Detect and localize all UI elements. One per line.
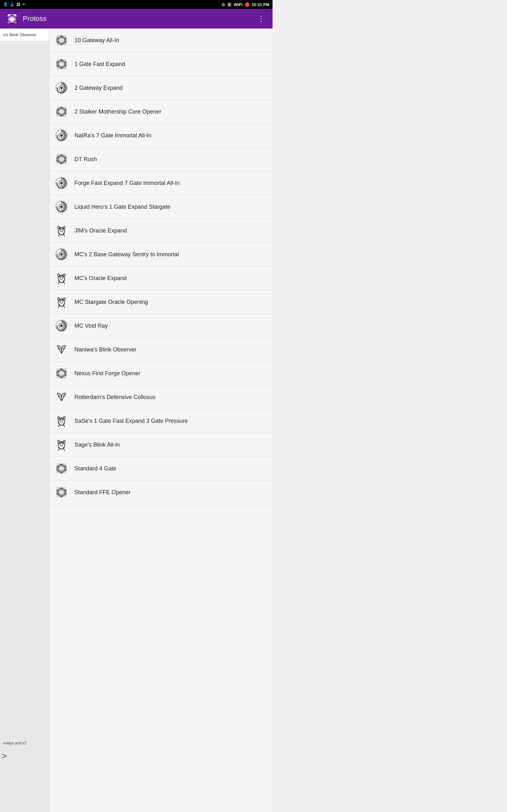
- list-item-icon-creature: [54, 295, 69, 309]
- list-item-label: MC Stargate Oracle Opening: [74, 299, 148, 305]
- sidebar: a's Blink Observer eways and x2 >: [0, 29, 49, 812]
- list-item[interactable]: Liquid Hero's 1 Gate Expand Stargate: [49, 195, 273, 219]
- list-item[interactable]: DT Rush: [49, 148, 273, 171]
- list-item-icon-creature: [54, 223, 69, 238]
- list-item-icon-cube: [54, 152, 69, 166]
- svg-point-65: [60, 300, 61, 301]
- battery-icon: 🔴: [245, 2, 250, 7]
- person-icon: 👤: [3, 2, 8, 7]
- list-item-icon-creature: [54, 414, 69, 428]
- svg-point-84: [60, 443, 61, 444]
- list-item[interactable]: 2 Stalker Mothership Core Opener: [49, 100, 273, 124]
- list-item-icon-cube: [54, 57, 69, 71]
- sidebar-bottom-text: eways and x2: [0, 738, 30, 749]
- list-item-label: 10 Gateway All-In: [74, 37, 119, 44]
- list-item-icon-swirl: [54, 176, 69, 190]
- list-item[interactable]: MC's 2 Base Gateway Sentry to Immortal: [49, 243, 273, 266]
- list-item[interactable]: NaIRa's 7 Gate Immortal All-In: [49, 124, 273, 148]
- list-item[interactable]: SaSe's 1 Gate Fast Expand 3 Gate Pressur…: [49, 409, 273, 433]
- list-item-label: Nexus First Forge Opener: [74, 370, 140, 377]
- list-item-label: Standard FFE Opener: [74, 489, 130, 496]
- wifi-icon: WiFi: [234, 2, 242, 7]
- svg-point-60: [60, 275, 63, 280]
- list-item-label: 2 Stalker Mothership Core Opener: [74, 108, 161, 115]
- list-item[interactable]: 2 Gateway Expand: [49, 76, 273, 100]
- list-item-label: Sage's Blink All-In: [74, 442, 120, 448]
- app-bar: Protoss ⋮: [0, 9, 273, 29]
- status-bar-right: ⊙ 🔇 WiFi 🔴 10:31 PM: [222, 2, 269, 7]
- list-item-icon-cube: [54, 485, 69, 500]
- sidebar-collapse-button[interactable]: >: [2, 751, 7, 761]
- list-item-label: MC Void Ray: [74, 322, 108, 329]
- status-bar-left: 👤 ⚓ 🖼 ✏: [3, 2, 25, 7]
- list-item[interactable]: Rotterdam's Defensive Collosus: [49, 386, 273, 409]
- list-item-icon-wing: [54, 390, 69, 404]
- svg-point-81: [62, 419, 63, 420]
- list-item-label: MC's 2 Base Gateway Sentry to Immortal: [74, 251, 179, 258]
- list-item-icon-swirl: [54, 318, 69, 333]
- list-item-label: JIM's Oracle Expand: [74, 227, 127, 234]
- svg-point-54: [60, 228, 63, 232]
- list-item[interactable]: Nexus First Forge Opener: [49, 362, 273, 386]
- svg-point-64: [60, 299, 63, 303]
- list-item-icon-swirl: [54, 200, 69, 214]
- svg-point-52: [60, 206, 63, 208]
- svg-point-28: [60, 87, 63, 89]
- svg-point-61: [60, 276, 61, 277]
- list-item-icon-swirl: [54, 81, 69, 95]
- svg-point-85: [62, 443, 63, 444]
- list-item-label: 2 Gateway Expand: [74, 85, 123, 91]
- list-item[interactable]: Standard 4 Gate: [49, 457, 273, 480]
- main-layout: a's Blink Observer eways and x2 > 10 Gat…: [0, 29, 273, 812]
- list-item-label: SaSe's 1 Gate Fast Expand 3 Gate Pressur…: [74, 418, 188, 424]
- list-item[interactable]: Standard FFE Opener: [49, 480, 273, 504]
- edit-icon: ✏: [22, 2, 25, 7]
- list-item-label: 1 Gate Fast Expand: [74, 61, 125, 67]
- svg-point-56: [62, 229, 63, 230]
- image-icon: 🖼: [16, 2, 20, 7]
- list-item-icon-wing: [54, 342, 69, 357]
- list-item-label: Naniwa's Blink Observer: [74, 346, 136, 353]
- list-item[interactable]: Naniwa's Blink Observer: [49, 338, 273, 362]
- time-display: 10:31 PM: [251, 2, 269, 7]
- svg-point-58: [60, 253, 63, 256]
- list-item[interactable]: MC Stargate Oracle Opening: [49, 290, 273, 314]
- app-logo: [5, 12, 19, 26]
- app-title: Protoss: [23, 14, 255, 23]
- list-item-label: DT Rush: [74, 156, 97, 163]
- svg-point-39: [60, 134, 63, 137]
- status-bar: 👤 ⚓ 🖼 ✏ ⊙ 🔇 WiFi 🔴 10:31 PM: [0, 0, 273, 9]
- svg-point-62: [62, 276, 63, 277]
- list-item-label: Forge Fast Expand 7 Gate Immortal All-In: [74, 180, 180, 187]
- overflow-menu-button[interactable]: ⋮: [255, 12, 268, 26]
- svg-point-83: [60, 442, 63, 446]
- build-order-list: 10 Gateway All-In 1 Gate Fast Expand 2 G…: [49, 29, 273, 812]
- list-item-icon-swirl: [54, 128, 69, 143]
- list-item-label: NaIRa's 7 Gate Immortal All-In: [74, 132, 152, 139]
- list-item[interactable]: Sage's Blink All-In: [49, 433, 273, 457]
- list-item[interactable]: MC's Oracle Expand: [49, 266, 273, 290]
- list-item-icon-swirl: [54, 247, 69, 262]
- svg-point-66: [62, 300, 63, 301]
- alarm-icon: ⊙: [222, 2, 225, 7]
- list-item[interactable]: Forge Fast Expand 7 Gate Immortal All-In: [49, 171, 273, 195]
- list-item-label: Rotterdam's Defensive Collosus: [74, 394, 156, 401]
- list-item-icon-cube: [54, 33, 69, 48]
- list-item-label: MC's Oracle Expand: [74, 275, 127, 282]
- list-item-label: Standard 4 Gate: [74, 465, 116, 472]
- list-item[interactable]: MC Void Ray: [49, 314, 273, 338]
- list-item[interactable]: 10 Gateway All-In: [49, 29, 273, 52]
- list-item-icon-creature: [54, 271, 69, 286]
- list-item[interactable]: 1 Gate Fast Expand: [49, 52, 273, 76]
- list-item-icon-cube: [54, 104, 69, 119]
- svg-point-79: [60, 418, 63, 422]
- mute-icon: 🔇: [227, 2, 232, 7]
- usb-icon: ⚓: [10, 2, 14, 7]
- svg-point-50: [60, 182, 63, 184]
- svg-point-55: [60, 229, 61, 230]
- sidebar-active-item[interactable]: a's Blink Observer: [0, 29, 49, 41]
- list-item-icon-cube: [54, 461, 69, 476]
- list-item-label: Liquid Hero's 1 Gate Expand Stargate: [74, 204, 170, 210]
- list-item[interactable]: JIM's Oracle Expand: [49, 219, 273, 243]
- list-item-icon-creature: [54, 438, 69, 452]
